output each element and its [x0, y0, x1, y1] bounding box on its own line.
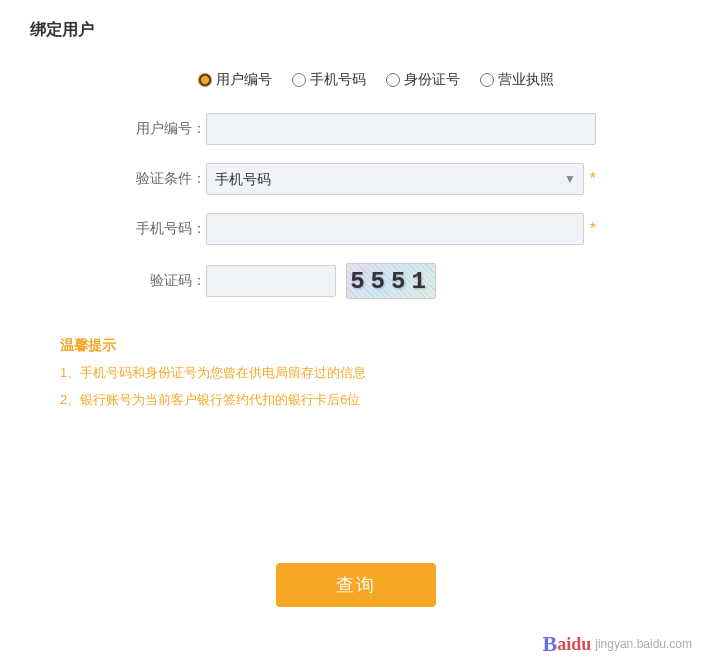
- baidu-logo: Baidu: [543, 631, 592, 657]
- tips-item-1: 1、手机号码和身份证号为您曾在供电局留存过的信息: [60, 363, 652, 384]
- radio-phone[interactable]: 手机号码: [292, 71, 366, 89]
- captcha-image[interactable]: 5551: [346, 263, 436, 299]
- query-button[interactable]: 查询: [276, 563, 436, 607]
- verification-select[interactable]: 手机号码 身份证号 银行账号: [206, 163, 584, 195]
- radio-id-card[interactable]: 身份证号: [386, 71, 460, 89]
- user-number-label: 用户编号：: [116, 120, 206, 138]
- watermark: Baidu jingyan.baidu.com: [543, 631, 692, 657]
- verification-row: 验证条件： 手机号码 身份证号 银行账号 ▼ *: [116, 163, 596, 195]
- captcha-label: 验证码：: [116, 272, 206, 290]
- phone-row: 手机号码： *: [116, 213, 596, 245]
- captcha-row: 验证码： 5551: [116, 263, 596, 299]
- captcha-input[interactable]: [206, 265, 336, 297]
- page-title: 绑定用户: [0, 0, 712, 51]
- tips-item-2: 2、银行账号为当前客户银行签约代扣的银行卡后6位: [60, 390, 652, 411]
- baidu-logo-rest: aidu: [557, 634, 591, 655]
- captcha-text: 5551: [350, 268, 432, 295]
- radio-group: 用户编号 手机号码 身份证号 营业执照: [198, 71, 554, 89]
- radio-user-number[interactable]: 用户编号: [198, 71, 272, 89]
- verification-select-wrapper: 手机号码 身份证号 银行账号 ▼: [206, 163, 584, 195]
- tips-section: 温馨提示 1、手机号码和身份证号为您曾在供电局留存过的信息 2、银行账号为当前客…: [60, 337, 652, 411]
- verification-label: 验证条件：: [116, 170, 206, 188]
- tips-title: 温馨提示: [60, 337, 652, 355]
- baidu-logo-b: B: [543, 631, 558, 657]
- user-number-row: 用户编号：: [116, 113, 596, 145]
- phone-input[interactable]: [206, 213, 584, 245]
- verification-required: *: [590, 170, 596, 188]
- radio-biz-license[interactable]: 营业执照: [480, 71, 554, 89]
- user-number-input[interactable]: [206, 113, 596, 145]
- phone-label: 手机号码：: [116, 220, 206, 238]
- watermark-site: jingyan.baidu.com: [595, 637, 692, 651]
- phone-required: *: [590, 220, 596, 238]
